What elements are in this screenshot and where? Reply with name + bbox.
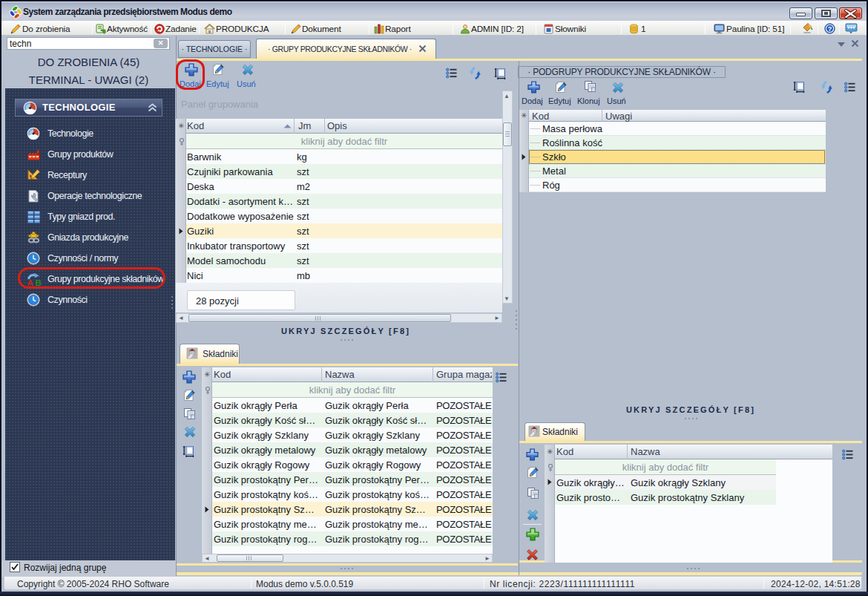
svg-text:?: ?: [828, 25, 832, 33]
